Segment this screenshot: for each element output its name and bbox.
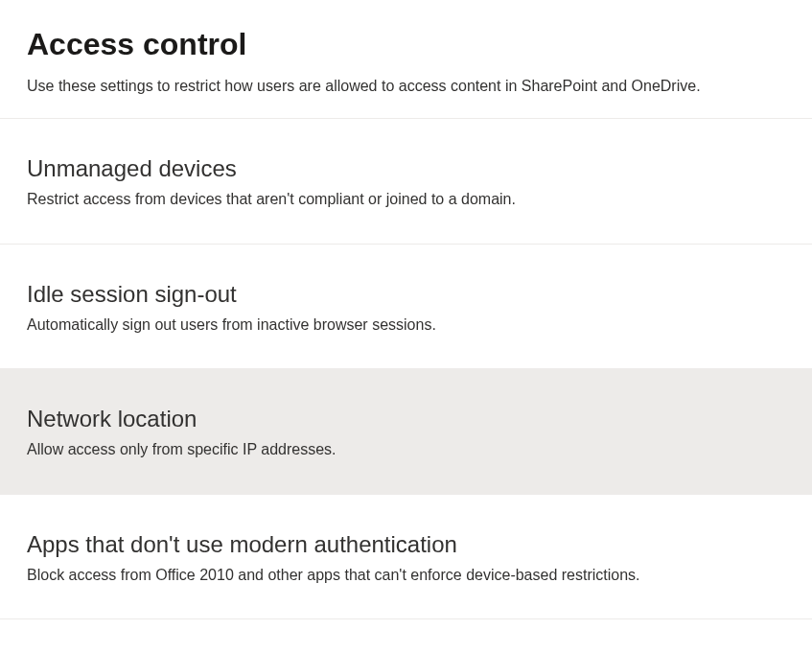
setting-title: Unmanaged devices (27, 153, 785, 183)
page-description: Use these settings to restrict how users… (27, 78, 785, 95)
setting-title: Apps that don't use modern authenticatio… (27, 529, 785, 559)
setting-description: Automatically sign out users from inacti… (27, 315, 785, 336)
setting-network-location[interactable]: Network location Allow access only from … (0, 369, 812, 495)
setting-title: Idle session sign-out (27, 279, 785, 309)
page-title: Access control (27, 27, 785, 62)
setting-description: Restrict access from devices that aren't… (27, 189, 785, 210)
setting-description: Block access from Office 2010 and other … (27, 565, 785, 586)
setting-description: Allow access only from specific IP addre… (27, 439, 785, 460)
setting-title: Network location (27, 404, 785, 433)
setting-idle-session-sign-out[interactable]: Idle session sign-out Automatically sign… (0, 245, 812, 370)
setting-apps-no-modern-auth[interactable]: Apps that don't use modern authenticatio… (0, 495, 812, 620)
setting-unmanaged-devices[interactable]: Unmanaged devices Restrict access from d… (0, 119, 812, 245)
page-header: Access control Use these settings to res… (0, 0, 812, 95)
